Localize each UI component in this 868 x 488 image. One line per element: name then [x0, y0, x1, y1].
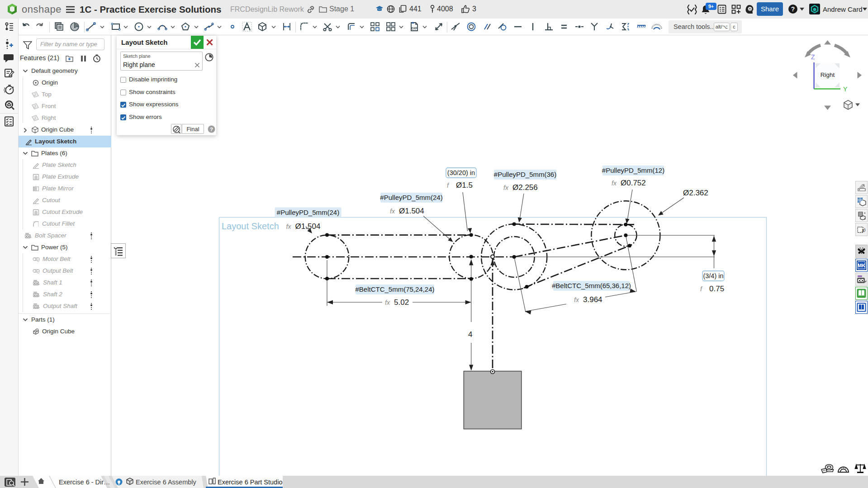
svg-text:#PulleyPD_5mm(24): #PulleyPD_5mm(24)	[380, 194, 442, 201]
svg-text:(30/20) in: (30/20) in	[447, 169, 475, 176]
svg-text:#PulleyPD_5mm(12): #PulleyPD_5mm(12)	[602, 166, 664, 174]
svg-text:Right: Right	[821, 71, 835, 78]
svg-text:fx: fx	[286, 223, 292, 230]
svg-text:#BeltCTC_5mm(75,24,24): #BeltCTC_5mm(75,24,24)	[355, 285, 434, 293]
svg-text:Layout Sketch: Layout Sketch	[222, 221, 279, 231]
svg-text:fx: fx	[612, 180, 617, 187]
svg-text:fx: fx	[390, 208, 395, 215]
svg-text:f: f	[447, 182, 450, 189]
svg-text:Ø1.504: Ø1.504	[295, 222, 321, 231]
svg-text:fx: fx	[385, 299, 390, 306]
svg-text:Z: Z	[811, 53, 815, 61]
svg-text:fx: fx	[574, 296, 579, 303]
svg-text:Ø2.256: Ø2.256	[512, 183, 538, 192]
svg-text:?: ?	[210, 127, 213, 132]
svg-text:fx: fx	[503, 184, 509, 191]
svg-text:#PulleyPD_5mm(24): #PulleyPD_5mm(24)	[277, 208, 339, 216]
svg-text:(3/4) in: (3/4) in	[703, 272, 723, 280]
svg-text:Ø2.362: Ø2.362	[683, 189, 708, 197]
svg-text:5.02: 5.02	[394, 298, 409, 307]
svg-text:MK: MK	[858, 263, 865, 268]
svg-text:4: 4	[468, 330, 472, 339]
svg-text:Ø1.5: Ø1.5	[456, 181, 473, 190]
svg-text:Ø0.752: Ø0.752	[621, 179, 646, 187]
svg-text:Ø1.504: Ø1.504	[399, 207, 424, 215]
svg-text:): )	[864, 227, 865, 232]
svg-text:#BeltCTC_5mm(65,36,12): #BeltCTC_5mm(65,36,12)	[552, 282, 631, 289]
svg-text:#PulleyPD_5mm(36): #PulleyPD_5mm(36)	[494, 171, 556, 178]
svg-text:0.75: 0.75	[709, 284, 724, 293]
svg-text:Y: Y	[843, 85, 848, 93]
svg-text:f: f	[700, 285, 703, 293]
svg-text:3.964: 3.964	[583, 295, 602, 304]
